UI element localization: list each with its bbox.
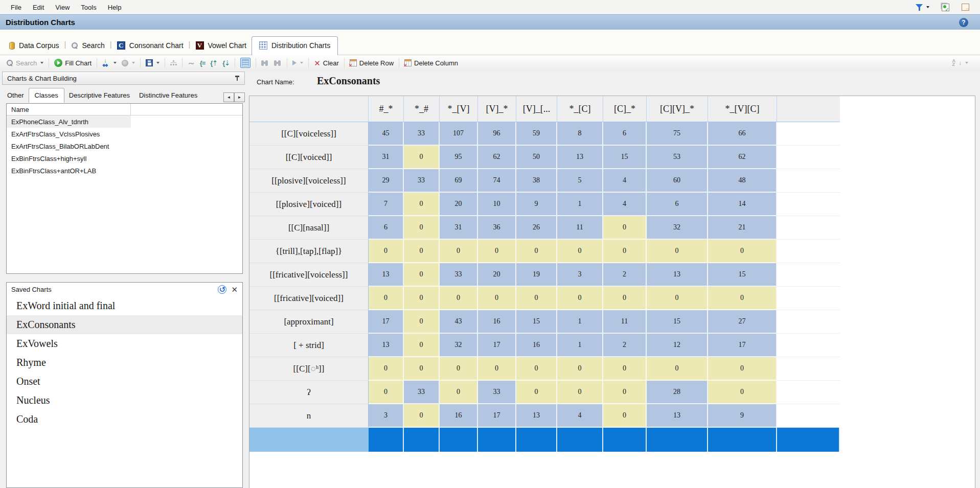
count-cell[interactable]: 0 <box>603 216 647 240</box>
count-cell[interactable]: 33 <box>404 122 440 146</box>
count-cell[interactable]: 0 <box>478 287 516 310</box>
count-cell[interactable]: 27 <box>708 310 777 334</box>
count-cell[interactable]: 50 <box>516 146 557 169</box>
count-cell[interactable]: 1 <box>557 193 603 216</box>
chart-name-value[interactable]: ExConsonants <box>317 75 380 87</box>
saved-chart-item[interactable]: Coda <box>7 410 242 429</box>
count-cell[interactable]: 0 <box>440 240 478 263</box>
tab-distribution-charts[interactable]: Distribution Charts <box>252 36 338 55</box>
row-header[interactable]: [[C][voiceless]] <box>249 122 369 146</box>
count-cell[interactable]: 13 <box>516 404 557 428</box>
count-cell[interactable]: 0 <box>708 381 777 404</box>
task-check-button[interactable] <box>939 2 952 13</box>
save-chart-button[interactable] <box>143 58 162 68</box>
count-cell[interactable]: 0 <box>516 240 557 263</box>
count-cell[interactable]: 59 <box>516 122 557 146</box>
count-cell[interactable]: 14 <box>708 193 777 216</box>
new-row-cell[interactable] <box>603 428 647 452</box>
row-header[interactable]: [[C][nasal]] <box>249 216 369 240</box>
clear-button[interactable]: ✕ Clear <box>311 58 341 68</box>
saved-chart-item[interactable]: Onset <box>7 372 242 391</box>
count-cell[interactable]: 95 <box>440 146 478 169</box>
restore-chart-icon[interactable]: ↺ <box>218 285 226 294</box>
col-header[interactable]: [V]_[... <box>516 96 557 122</box>
count-cell[interactable]: 66 <box>708 122 777 146</box>
count-cell[interactable]: 15 <box>708 263 777 287</box>
menu-item-tools[interactable]: Tools <box>75 2 102 13</box>
menu-item-help[interactable]: Help <box>102 2 127 13</box>
count-cell[interactable]: 38 <box>516 169 557 193</box>
count-cell[interactable]: 16 <box>440 404 478 428</box>
count-cell[interactable]: 3 <box>557 263 603 287</box>
count-cell[interactable]: 0 <box>404 216 440 240</box>
chart-layout-button[interactable] <box>168 58 179 68</box>
count-cell[interactable]: 19 <box>516 263 557 287</box>
count-cell[interactable]: 0 <box>369 357 404 381</box>
classes-list-header[interactable]: Name <box>7 104 242 115</box>
row-header[interactable]: [[plosive][voiced]] <box>249 193 369 216</box>
count-cell[interactable]: 32 <box>647 216 708 240</box>
count-cell[interactable]: 8 <box>557 122 603 146</box>
count-cell[interactable]: 11 <box>557 216 603 240</box>
new-row-cell[interactable] <box>647 428 708 452</box>
count-cell[interactable]: 31 <box>440 216 478 240</box>
count-cell[interactable]: 60 <box>647 169 708 193</box>
count-cell[interactable]: 107 <box>440 122 478 146</box>
class-list-item[interactable]: ExPhoneClass_Alv_tdnrth <box>7 115 131 128</box>
tab-consonant-chart[interactable]: CConsonant Chart <box>112 38 189 55</box>
help-button[interactable]: ? <box>959 18 968 27</box>
count-cell[interactable]: 9 <box>708 404 777 428</box>
tab-vowel-chart[interactable]: VVowel Chart <box>191 38 252 55</box>
count-cell[interactable]: 74 <box>478 169 516 193</box>
features-button[interactable] <box>119 58 138 68</box>
count-cell[interactable]: 7 <box>369 193 404 216</box>
count-cell[interactable]: 2 <box>603 334 647 357</box>
count-cell[interactable]: 17 <box>478 404 516 428</box>
row-header[interactable]: {[trill],[tap],[flap]} <box>249 240 369 263</box>
row-header[interactable]: [[C][voiced]] <box>249 146 369 169</box>
count-cell[interactable]: 0 <box>404 263 440 287</box>
count-cell[interactable]: 9 <box>516 193 557 216</box>
count-cell[interactable]: 36 <box>478 216 516 240</box>
count-cell[interactable]: 62 <box>478 146 516 169</box>
count-cell[interactable]: 12 <box>647 334 708 357</box>
filter-button[interactable] <box>913 3 932 12</box>
col-header[interactable]: [V]_* <box>478 96 516 122</box>
count-cell[interactable]: 0 <box>404 146 440 169</box>
new-row-cell[interactable] <box>478 428 516 452</box>
menu-item-view[interactable]: View <box>50 2 75 13</box>
count-cell[interactable]: 0 <box>369 240 404 263</box>
search-button[interactable]: Search <box>4 58 46 68</box>
count-cell[interactable]: 29 <box>369 169 404 193</box>
saved-chart-item[interactable]: ExConsonants <box>7 315 242 334</box>
count-cell[interactable]: 0 <box>404 334 440 357</box>
find-next-button[interactable] <box>271 59 284 67</box>
delete-row-button[interactable]: Delete Row <box>347 58 396 68</box>
count-cell[interactable]: 4 <box>557 404 603 428</box>
count-cell[interactable]: 0 <box>404 404 440 428</box>
count-cell[interactable]: 62 <box>708 146 777 169</box>
count-cell[interactable]: 21 <box>708 216 777 240</box>
row-header[interactable]: [[fricative][voiceless]] <box>249 263 369 287</box>
count-cell[interactable]: 0 <box>603 357 647 381</box>
scroll-right-button[interactable]: ► <box>234 92 245 102</box>
count-cell[interactable]: 0 <box>440 357 478 381</box>
pin-icon[interactable] <box>235 75 240 81</box>
scroll-left-button[interactable]: ◄ <box>223 92 234 102</box>
menu-item-file[interactable]: File <box>5 2 27 13</box>
insert-class-button[interactable] <box>100 57 119 68</box>
count-cell[interactable]: 0 <box>404 193 440 216</box>
count-cell[interactable]: 33 <box>404 381 440 404</box>
count-cell[interactable]: 13 <box>369 263 404 287</box>
sidebar-tab-classes[interactable]: Classes <box>29 88 64 103</box>
count-cell[interactable]: 10 <box>478 193 516 216</box>
count-cell[interactable]: 33 <box>404 169 440 193</box>
tab-data-corpus[interactable]: Data Corpus <box>4 38 64 55</box>
class-list-item[interactable]: ExBinFtrsClass+high+syll <box>7 152 242 165</box>
col-header[interactable]: *_[V] <box>440 96 478 122</box>
count-cell[interactable]: 0 <box>369 381 404 404</box>
count-cell[interactable]: 48 <box>708 169 777 193</box>
count-cell[interactable]: 0 <box>557 357 603 381</box>
play-button[interactable] <box>290 59 306 67</box>
count-cell[interactable]: 75 <box>647 122 708 146</box>
